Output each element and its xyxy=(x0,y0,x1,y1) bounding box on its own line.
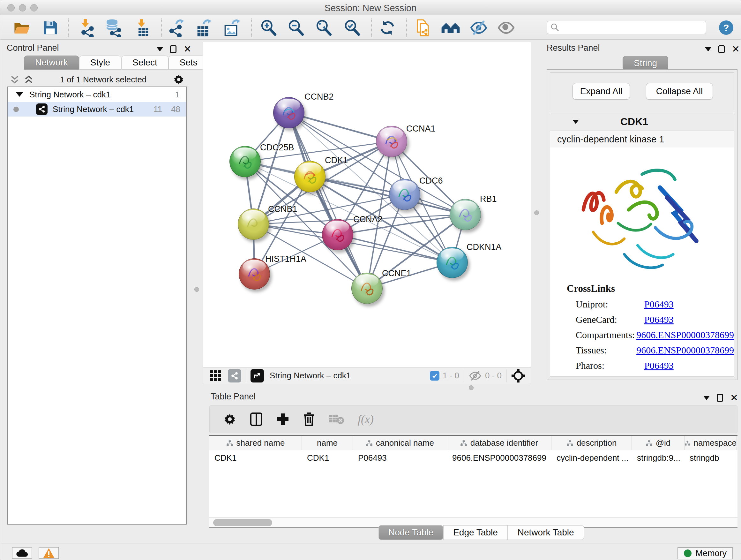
crosslink-link[interactable]: P06493 xyxy=(644,299,674,310)
function-builder-button[interactable]: f(x) xyxy=(358,413,374,426)
birds-eye-icon[interactable] xyxy=(511,368,526,383)
crosslink-link[interactable]: 9606.ENSP00000378699 xyxy=(636,329,734,340)
table-cell[interactable]: cyclin-dependent ... xyxy=(551,450,632,465)
panel-menu-icon[interactable] xyxy=(157,47,163,51)
network-row[interactable]: String Network – cdk1 11 48 xyxy=(8,102,186,117)
export-table-button[interactable] xyxy=(193,18,214,37)
zoom-fit-button[interactable] xyxy=(313,18,334,37)
gene-collapse-icon[interactable] xyxy=(572,120,579,124)
export-table-icon xyxy=(194,18,213,37)
node-CCNB1[interactable] xyxy=(238,208,269,240)
export-network-button[interactable] xyxy=(165,18,186,37)
export-image-button[interactable] xyxy=(221,18,242,37)
column-header-canonical-name[interactable]: canonical name xyxy=(353,436,447,450)
grid-mode-icon[interactable] xyxy=(210,370,221,381)
hscrollbar-thumb[interactable] xyxy=(213,519,272,526)
memory-button[interactable]: Memory xyxy=(677,547,733,559)
collapse-all-button[interactable]: Collapse All xyxy=(646,83,713,100)
network-edges xyxy=(203,42,531,367)
table-cell[interactable]: 9606.ENSP00000378699 xyxy=(447,450,551,465)
zoom-in-button[interactable] xyxy=(258,18,279,37)
show-columns-button[interactable] xyxy=(250,412,263,426)
tab-string[interactable]: String xyxy=(623,56,668,71)
zoom-selected-button[interactable] xyxy=(341,18,362,37)
column-header-description[interactable]: description xyxy=(551,436,632,450)
float-panel-icon[interactable] xyxy=(170,45,177,53)
gear-icon[interactable] xyxy=(173,74,185,85)
right-splitter-handle[interactable] xyxy=(534,210,539,215)
first-neighbors-button[interactable] xyxy=(440,18,461,37)
table-cell[interactable]: stringdb xyxy=(684,450,737,465)
tab-style[interactable]: Style xyxy=(79,56,121,70)
table-cell[interactable]: CDK1 xyxy=(302,450,353,465)
node-CDKN1A[interactable] xyxy=(436,247,468,278)
apply-layout-button[interactable] xyxy=(377,18,398,37)
import-network-database-button[interactable] xyxy=(103,18,124,37)
horizontal-splitter-handle[interactable] xyxy=(469,385,474,390)
crosslink-link[interactable]: 9606.ENSP00000378699 xyxy=(636,345,734,356)
node-CDC25B[interactable] xyxy=(229,146,261,177)
save-session-button[interactable] xyxy=(40,18,61,37)
column-header-shared-name[interactable]: shared name xyxy=(209,436,302,450)
column-header-namespace[interactable]: namespace xyxy=(684,436,737,450)
close-panel-icon[interactable]: ✕ xyxy=(730,393,738,402)
detach-view-icon[interactable] xyxy=(251,369,264,382)
open-session-button[interactable] xyxy=(11,18,32,37)
hide-selected-button[interactable] xyxy=(468,18,489,37)
float-panel-icon[interactable] xyxy=(718,45,725,53)
node-CDK1[interactable] xyxy=(294,161,326,192)
panel-menu-icon[interactable] xyxy=(703,396,710,400)
zoom-out-button[interactable] xyxy=(285,18,307,37)
crosslink-link[interactable]: P06493 xyxy=(644,360,674,371)
import-network-file-button[interactable] xyxy=(76,18,97,37)
table-settings-button[interactable] xyxy=(223,413,237,426)
expand-all-icon[interactable] xyxy=(24,75,33,84)
hidden-eye-icon[interactable] xyxy=(468,370,482,381)
tab-node-table[interactable]: Node Table xyxy=(379,525,443,540)
help-button[interactable]: ? xyxy=(719,20,733,35)
panel-menu-icon[interactable] xyxy=(705,47,711,51)
selected-count-checkbox[interactable] xyxy=(430,371,440,381)
node-RB1[interactable] xyxy=(450,199,481,230)
tab-select[interactable]: Select xyxy=(121,56,169,70)
table-row[interactable]: CDK1CDK1P064939606.ENSP00000378699cyclin… xyxy=(209,450,738,465)
string-view-icon[interactable] xyxy=(228,369,241,382)
close-panel-icon[interactable]: ✕ xyxy=(732,44,740,54)
crosslink-link[interactable]: P06493 xyxy=(644,314,674,325)
table-cell[interactable]: P06493 xyxy=(353,450,447,465)
crosslink-row: GeneCard:P06493 xyxy=(567,314,734,325)
tab-network[interactable]: Network xyxy=(24,56,79,70)
tab-network-table[interactable]: Network Table xyxy=(508,525,584,540)
node-CDC6[interactable] xyxy=(389,179,420,210)
gene-panel: CDK1 cyclin-dependent kinase 1 xyxy=(550,113,734,376)
table-cell[interactable]: stringdb:9... xyxy=(632,450,684,465)
network-canvas[interactable]: CCNB2CCNA1CDC25BCDK1CDC6RB1CCNB1CCNA2CDK… xyxy=(203,42,531,367)
expand-all-button[interactable]: Expand All xyxy=(572,83,630,100)
float-panel-icon[interactable] xyxy=(717,394,723,401)
cloud-status-button[interactable] xyxy=(12,547,32,559)
node-CCNE1[interactable] xyxy=(351,273,383,304)
delete-column-button[interactable] xyxy=(303,412,315,426)
node-CCNA1[interactable] xyxy=(376,126,407,157)
gene-header[interactable]: CDK1 xyxy=(550,113,734,131)
table-cell[interactable]: CDK1 xyxy=(209,450,302,465)
close-panel-icon[interactable]: ✕ xyxy=(184,44,192,54)
warnings-button[interactable] xyxy=(39,547,59,559)
network-collection-row[interactable]: String Network – cdk1 1 xyxy=(8,87,186,102)
add-column-button[interactable] xyxy=(276,413,289,426)
column-header-name[interactable]: name xyxy=(302,436,353,450)
collapse-all-icon[interactable] xyxy=(10,75,19,84)
column-header-database-identifier[interactable]: database identifier xyxy=(447,436,551,450)
memory-label: Memory xyxy=(695,549,727,558)
tree-expander-icon[interactable] xyxy=(16,92,23,97)
left-splitter-handle[interactable] xyxy=(194,287,199,292)
show-all-button[interactable] xyxy=(495,18,517,37)
column-header--id[interactable]: @id xyxy=(632,436,684,450)
search-input[interactable] xyxy=(560,23,697,33)
delete-table-button[interactable] xyxy=(328,414,344,425)
import-table-button[interactable] xyxy=(132,18,153,37)
node-CCNB2[interactable] xyxy=(273,97,305,128)
network-from-selection-button[interactable] xyxy=(412,18,433,37)
tab-edge-table[interactable]: Edge Table xyxy=(443,525,508,540)
node-CCNA2[interactable] xyxy=(322,219,353,250)
